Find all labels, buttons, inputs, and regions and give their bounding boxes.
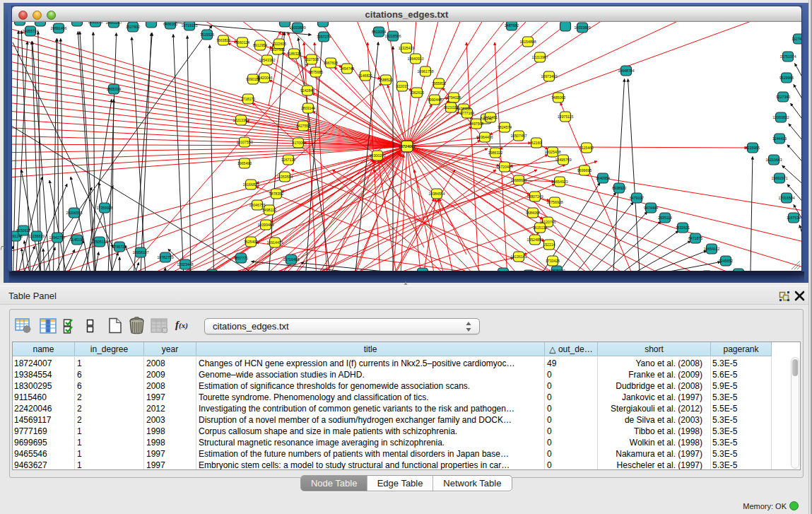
svg-text:3454749: 3454749 xyxy=(340,66,354,71)
svg-text:17016504: 17016504 xyxy=(778,196,794,200)
svg-text:11325419: 11325419 xyxy=(399,46,415,50)
svg-text:2718170: 2718170 xyxy=(241,97,255,101)
svg-text:8660124: 8660124 xyxy=(235,40,249,45)
svg-text:13524851: 13524851 xyxy=(526,238,543,242)
svg-text:9474444: 9474444 xyxy=(644,206,658,210)
svg-text:1733426: 1733426 xyxy=(546,259,560,263)
svg-text:1615132: 1615132 xyxy=(533,226,547,230)
svg-text:12942757: 12942757 xyxy=(49,235,65,240)
svg-text:1588520: 1588520 xyxy=(379,78,393,82)
svg-text:10756928: 10756928 xyxy=(546,200,563,204)
svg-text:13495759: 13495759 xyxy=(555,158,571,162)
svg-text:11353594: 11353594 xyxy=(277,175,293,179)
svg-text:10025438: 10025438 xyxy=(544,150,560,154)
svg-text:8912954: 8912954 xyxy=(253,43,267,47)
svg-text:6794028: 6794028 xyxy=(447,95,461,100)
svg-text:9684067: 9684067 xyxy=(526,211,540,215)
svg-text:10958107: 10958107 xyxy=(132,250,148,255)
svg-text:8427552: 8427552 xyxy=(296,124,310,128)
svg-text:1167534: 1167534 xyxy=(787,216,801,220)
svg-text:19166825: 19166825 xyxy=(242,182,259,187)
svg-text:152214: 152214 xyxy=(543,243,555,247)
svg-text:1640954: 1640954 xyxy=(596,176,610,180)
svg-text:7625402: 7625402 xyxy=(244,240,258,244)
svg-text:7515526: 7515526 xyxy=(200,33,214,37)
svg-text:19654923: 19654923 xyxy=(551,180,567,184)
svg-text:10046755: 10046755 xyxy=(249,203,265,207)
svg-text:9245652: 9245652 xyxy=(719,259,733,263)
svg-text:9777169: 9777169 xyxy=(460,111,474,115)
svg-text:1795727: 1795727 xyxy=(112,245,126,249)
svg-text:12023448: 12023448 xyxy=(177,262,193,267)
svg-text:15716485: 15716485 xyxy=(283,257,299,262)
svg-text:16033809: 16033809 xyxy=(574,25,590,30)
svg-text:9242848: 9242848 xyxy=(300,88,314,93)
svg-text:6479197: 6479197 xyxy=(630,196,644,200)
svg-text:12505135: 12505135 xyxy=(91,240,107,244)
svg-text:9146821: 9146821 xyxy=(358,74,372,78)
svg-text:2322605: 2322605 xyxy=(272,42,286,46)
svg-text:10107553: 10107553 xyxy=(236,140,252,144)
svg-text:13640910: 13640910 xyxy=(407,57,423,61)
svg-text:10120746: 10120746 xyxy=(539,220,555,224)
svg-text:322037: 322037 xyxy=(396,84,408,88)
svg-text:16648784: 16648784 xyxy=(618,69,634,73)
svg-text:16210643: 16210643 xyxy=(765,158,782,162)
svg-text:9391246: 9391246 xyxy=(12,234,23,238)
svg-text:15692971: 15692971 xyxy=(771,176,787,180)
svg-text:16099469: 16099469 xyxy=(257,223,273,227)
svg-text:12213967: 12213967 xyxy=(531,55,548,59)
svg-text:9327508: 9327508 xyxy=(305,57,319,62)
svg-text:18724007: 18724007 xyxy=(399,144,416,148)
svg-text:417006: 417006 xyxy=(292,141,304,145)
svg-text:13975115: 13975115 xyxy=(558,115,574,119)
svg-text:16033809: 16033809 xyxy=(289,25,305,30)
svg-text:2935114: 2935114 xyxy=(658,216,672,220)
svg-text:10973493: 10973493 xyxy=(541,74,557,78)
svg-text:17359928: 17359928 xyxy=(96,206,112,210)
svg-text:12213363: 12213363 xyxy=(233,118,249,122)
svg-text:1527602: 1527602 xyxy=(126,25,140,29)
svg-text:8938923: 8938923 xyxy=(612,186,626,190)
svg-text:1965493: 1965493 xyxy=(237,161,252,165)
svg-text:10154808: 10154808 xyxy=(519,40,536,44)
svg-text:1117404: 1117404 xyxy=(792,37,801,41)
svg-text:1145194: 1145194 xyxy=(70,238,84,242)
svg-text:16914479: 16914479 xyxy=(266,240,283,245)
svg-text:9227343: 9227343 xyxy=(776,95,790,99)
svg-text:8835176: 8835176 xyxy=(88,22,102,24)
svg-text:10782759: 10782759 xyxy=(157,255,173,259)
svg-text:7462461: 7462461 xyxy=(483,115,498,119)
svg-text:20206555: 20206555 xyxy=(66,211,82,215)
svg-text:10961758: 10961758 xyxy=(417,69,433,74)
svg-text:5498222: 5498222 xyxy=(262,208,276,212)
svg-text:9699695: 9699695 xyxy=(577,168,592,173)
svg-text:18807249: 18807249 xyxy=(526,194,543,199)
svg-text:10654112: 10654112 xyxy=(704,247,720,251)
svg-text:62160: 62160 xyxy=(531,141,542,145)
svg-text:10719155: 10719155 xyxy=(181,23,197,28)
svg-text:9857771: 9857771 xyxy=(234,256,248,260)
svg-text:8813054: 8813054 xyxy=(372,30,386,34)
svg-text:7485063: 7485063 xyxy=(551,95,565,100)
svg-text:20691406: 20691406 xyxy=(50,26,66,30)
svg-text:9529966: 9529966 xyxy=(779,76,794,80)
svg-text:12093832: 12093832 xyxy=(772,115,789,119)
svg-text:8471875: 8471875 xyxy=(688,236,702,240)
svg-text:8186328: 8186328 xyxy=(287,52,301,56)
svg-text:7955812: 7955812 xyxy=(432,81,446,86)
svg-text:14136141: 14136141 xyxy=(510,255,526,259)
svg-text:1362615: 1362615 xyxy=(410,90,424,95)
svg-text:10653267: 10653267 xyxy=(105,22,122,25)
svg-text:20364436: 20364436 xyxy=(476,135,493,139)
svg-text:7663822: 7663822 xyxy=(216,38,230,42)
svg-text:19384554: 19384554 xyxy=(428,192,445,196)
svg-text:6466160: 6466160 xyxy=(163,22,177,26)
svg-text:24055724: 24055724 xyxy=(22,29,38,33)
svg-text:8990448: 8990448 xyxy=(428,98,442,102)
svg-text:2967608: 2967608 xyxy=(324,61,338,65)
svg-text:18300203: 18300203 xyxy=(369,153,385,158)
svg-text:9115460: 9115460 xyxy=(579,146,594,150)
svg-text:10688609: 10688609 xyxy=(510,178,526,182)
svg-text:10507457: 10507457 xyxy=(510,134,526,138)
